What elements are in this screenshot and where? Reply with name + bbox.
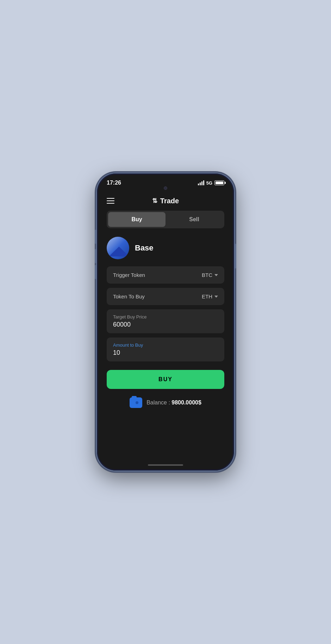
app-header: ⇅ Trade [98, 192, 233, 211]
token-to-buy-value: ETH [202, 293, 212, 299]
sell-tab[interactable]: Sell [166, 212, 223, 227]
target-price-label: Target Buy Price [113, 314, 218, 320]
trade-icon: ⇅ [152, 197, 157, 205]
base-logo [107, 237, 129, 259]
balance-value: 9800.0000$ [171, 400, 201, 405]
buy-button-container: BUY [98, 361, 233, 395]
balance-section: Balance : 9800.0000$ [98, 395, 233, 411]
camera-icon [164, 186, 167, 190]
target-price-field[interactable]: Target Buy Price 60000 [107, 309, 224, 333]
base-section: Base [98, 237, 233, 266]
amount-to-buy-value: 10 [113, 349, 218, 357]
trade-tabs: Buy Sell [107, 211, 224, 228]
phone-frame: 17:26 5G [97, 173, 234, 471]
target-price-value: 60000 [113, 321, 218, 328]
network-label: 5G [206, 180, 212, 186]
page-title: ⇅ Trade [152, 197, 179, 205]
trigger-token-selector[interactable]: BTC [202, 272, 218, 278]
trigger-token-label: Trigger Token [113, 272, 145, 278]
base-label: Base [135, 243, 154, 253]
amount-to-buy-label: Amount to Buy [113, 342, 218, 348]
trigger-token-value: BTC [202, 272, 212, 278]
battery-icon [214, 180, 224, 185]
token-to-buy-selector[interactable]: ETH [202, 293, 218, 299]
menu-button[interactable] [107, 198, 114, 204]
amount-to-buy-field[interactable]: Amount to Buy 10 [107, 338, 224, 361]
balance-label: Balance : [146, 400, 171, 405]
token-to-buy-dropdown-icon [214, 296, 218, 298]
token-to-buy-field[interactable]: Token To Buy ETH [107, 288, 224, 305]
balance-display: Balance : 9800.0000$ [146, 400, 201, 406]
signal-icon [198, 180, 204, 185]
camera-notch [144, 184, 187, 192]
app-content: ⇅ Trade Buy Sell Base Trigger Token [98, 192, 233, 461]
wallet-inner [136, 401, 138, 404]
home-indicator [98, 461, 233, 469]
buy-tab[interactable]: Buy [108, 212, 166, 227]
home-bar [148, 464, 183, 466]
buy-button[interactable]: BUY [107, 370, 224, 389]
form-section: Trigger Token BTC Token To Buy ETH [98, 266, 233, 361]
trigger-token-field[interactable]: Trigger Token BTC [107, 266, 224, 284]
status-time: 17:26 [107, 180, 121, 186]
trigger-token-dropdown-icon [214, 274, 218, 276]
notch-area [98, 189, 233, 192]
phone-screen: 17:26 5G [98, 175, 233, 469]
token-to-buy-label: Token To Buy [113, 293, 145, 299]
status-right: 5G [198, 180, 224, 186]
wallet-icon [130, 397, 142, 408]
